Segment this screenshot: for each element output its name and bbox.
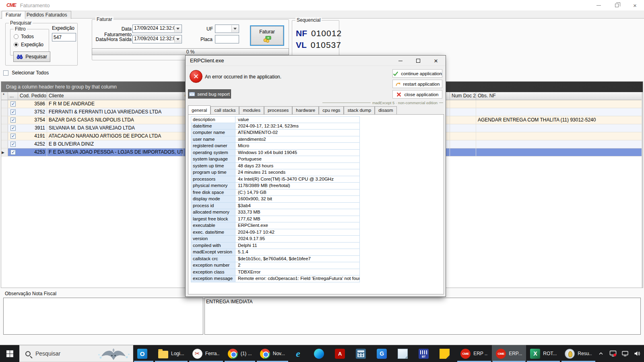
row-checkbox[interactable] (8, 108, 18, 116)
tray-volume-button[interactable] (632, 349, 642, 358)
tray-chevron-button[interactable] (596, 351, 606, 356)
info-row[interactable]: largest free block 177,62 MB (191, 216, 360, 223)
dialog-tab[interactable]: hardware (292, 106, 319, 114)
send-bug-report-button[interactable]: send bug report (188, 89, 231, 99)
info-row[interactable]: compiled with Delphi 11 (191, 243, 360, 249)
dialog-tab[interactable]: stack dump (344, 106, 375, 114)
row-checkbox[interactable] (8, 140, 18, 148)
info-row[interactable]: operating system Windows 10 x64 build 19… (191, 150, 360, 156)
uf-dropdown-icon[interactable] (231, 25, 238, 32)
faturar-button[interactable]: Faturar (251, 26, 283, 45)
row-checkbox-icon (10, 109, 16, 115)
placa-input[interactable] (215, 35, 239, 43)
uf-combo[interactable] (215, 25, 239, 33)
info-row[interactable]: display mode 1600x900, 32 bit (191, 196, 360, 203)
radio-todos[interactable]: Todos (14, 34, 34, 39)
taskbar-app[interactable] (415, 345, 436, 362)
grid-col-obs-nf[interactable]: Obs. NF (476, 92, 643, 100)
dialog-tab[interactable]: modules (239, 106, 264, 114)
info-row[interactable]: version 2024.9.17.95 (191, 236, 360, 243)
info-row[interactable]: system language Portuguese (191, 156, 360, 163)
row-checkbox[interactable] (8, 132, 18, 140)
taskbar-app[interactable]: Logi... (154, 345, 188, 362)
restore-button[interactable] (608, 0, 626, 10)
info-row[interactable]: callstack crc $de1b15cc, $e760a664, $de1… (191, 256, 360, 263)
info-row[interactable]: exception number 2 (191, 262, 360, 269)
row-checkbox[interactable] (8, 124, 18, 132)
expedicao-input[interactable] (52, 33, 76, 41)
dialog-tab[interactable]: cpu regs (319, 106, 344, 114)
network-icon (621, 350, 629, 357)
taskbar-app[interactable]: Resu... (561, 345, 596, 362)
taskbar-app[interactable] (352, 345, 373, 362)
dialog-close-button[interactable]: × (427, 56, 445, 66)
row-checkbox[interactable] (8, 116, 18, 124)
info-row[interactable]: madExcept version 5.1.4 (191, 249, 360, 256)
taskbar-app[interactable]: ERP ... (456, 345, 492, 362)
pesquisar-button[interactable]: Pesquisar (13, 51, 50, 62)
info-row[interactable]: physical memory 1178/3989 MB (free/total… (191, 183, 360, 189)
info-row[interactable]: processors 4x Intel(R) Core(TM) i5-3470 … (191, 176, 360, 183)
action-label: continue application (401, 71, 442, 76)
taskbar-app[interactable] (394, 345, 415, 362)
chevron-up-icon (599, 351, 603, 356)
info-row[interactable]: program up time 24 minutes 21 seconds (191, 169, 360, 176)
dialog-action-button[interactable]: restart application (392, 80, 442, 88)
row-checkbox[interactable] (8, 148, 18, 156)
minimize-button[interactable] (590, 0, 608, 10)
dialog-maximize-button[interactable] (409, 56, 427, 66)
grid-col-check[interactable]: ... (8, 92, 18, 100)
obs-left-textarea[interactable] (3, 298, 203, 335)
taskbar-app[interactable] (310, 345, 331, 362)
info-row[interactable]: exception message Remote error: cdsOpera… (191, 276, 360, 282)
info-row[interactable]: date/time 2024-09-17, 12:32:14, 523ms (191, 123, 360, 130)
taskbar-app[interactable]: (1) ... (224, 345, 256, 362)
grid-col-cliente[interactable]: Cliente (47, 92, 183, 100)
dialog-minimize-button[interactable] (392, 56, 409, 66)
info-row[interactable]: exception class TDBXError (191, 269, 360, 276)
taskbar-app[interactable] (331, 345, 352, 362)
dialog-action-button[interactable]: close application (392, 90, 442, 99)
start-button[interactable] (0, 345, 19, 362)
info-row[interactable]: registered owner Micro (191, 143, 360, 150)
info-row[interactable]: process id $3ab4 (191, 203, 360, 210)
taskbar-app[interactable] (133, 345, 154, 362)
dialog-title: ERPClient.exe (190, 58, 224, 64)
info-row[interactable]: exec. date/time 2024-09-17 10:42 (191, 229, 360, 236)
dialog-action-button[interactable]: continue application (392, 69, 442, 78)
info-row[interactable]: computer name ATENDIMENTO-02 (191, 130, 360, 136)
tab-faturar[interactable]: Faturar (2, 11, 25, 19)
radio-expedicao[interactable]: Expedição (14, 42, 43, 47)
info-row[interactable]: user name atendimento2 (191, 136, 360, 143)
obs-right-textarea[interactable]: ENTREGA IMEDIATA (204, 298, 641, 335)
info-row[interactable]: executable ERPClient.exe (191, 222, 360, 229)
close-button[interactable]: × (626, 0, 644, 10)
data-faturamento-field[interactable]: 17/09/2024 12:32:08 (132, 25, 182, 33)
taskbar-app[interactable]: Ferra... (188, 345, 224, 362)
row-checkbox[interactable] (8, 100, 18, 108)
taskbar-app[interactable] (436, 345, 456, 362)
data-faturamento-dropdown-icon[interactable] (174, 25, 181, 32)
tray-network-button[interactable] (620, 349, 630, 358)
row-checkbox-icon (10, 142, 16, 147)
dialog-tab[interactable]: processes (264, 106, 292, 114)
taskbar-app[interactable]: Nov... (256, 345, 289, 362)
taskbar-app[interactable] (289, 345, 310, 362)
tab-pedidos-faturados[interactable]: Pedidos Faturados (23, 11, 71, 19)
grid-col-cod-pedido[interactable]: Cod. Pedido (18, 92, 47, 100)
tray-screenshare-button[interactable] (608, 349, 618, 358)
dialog-tab[interactable]: disasm (375, 106, 396, 114)
taskbar-app[interactable] (373, 345, 394, 362)
dialog-tab[interactable]: call stacks (211, 106, 239, 114)
taskbar-app[interactable]: ROT... (526, 345, 561, 362)
taskbar-search[interactable]: Pesquisar (19, 345, 133, 362)
taskbar-app[interactable]: ERP... (492, 345, 526, 362)
data-hora-saida-field[interactable]: 17/09/2024 12:32:08 (132, 35, 182, 43)
info-row[interactable]: system up time 48 days 23 hours (191, 163, 360, 170)
select-all-checkbox[interactable]: Selecionar Todos (3, 70, 49, 76)
dialog-tab[interactable]: general (188, 105, 211, 114)
grid-col-num-doc2[interactable]: Num Doc 2 (450, 92, 476, 100)
data-hora-saida-dropdown-icon[interactable] (174, 36, 181, 43)
info-row[interactable]: allocated memory 333,73 MB (191, 209, 360, 216)
info-row[interactable]: free disk space (C:) 14,79 GB (191, 189, 360, 196)
